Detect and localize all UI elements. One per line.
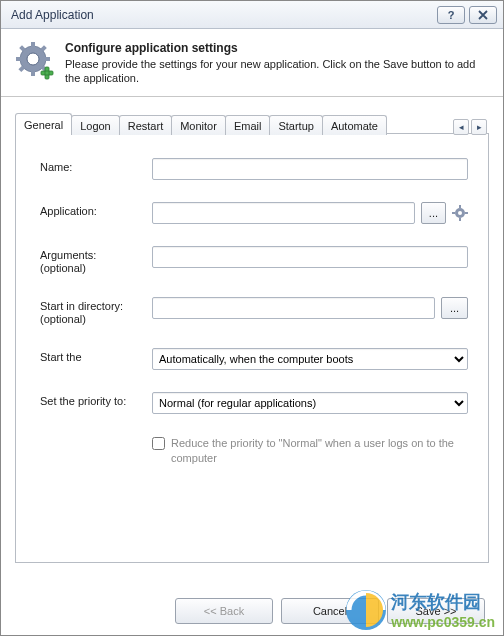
name-input[interactable] xyxy=(152,158,468,180)
reduce-priority-checkbox[interactable] xyxy=(152,437,165,450)
tab-email[interactable]: Email xyxy=(225,115,271,135)
start-dir-browse-button[interactable]: ... xyxy=(441,297,468,319)
priority-select[interactable]: Normal (for regular applications) xyxy=(152,392,468,414)
content-area: General Logon Restart Monitor Email Star… xyxy=(1,97,503,577)
label-start-dir: Start in directory: (optional) xyxy=(40,297,152,326)
start-the-select[interactable]: Automatically, when the computer boots xyxy=(152,348,468,370)
svg-rect-2 xyxy=(31,70,35,76)
help-icon: ? xyxy=(448,9,455,21)
close-icon xyxy=(477,9,489,21)
application-input[interactable] xyxy=(152,202,415,224)
row-start-the: Start the Automatically, when the comput… xyxy=(40,348,468,370)
save-button[interactable]: Save >> xyxy=(387,598,485,624)
tab-strip: General Logon Restart Monitor Email Star… xyxy=(15,112,489,135)
start-dir-input[interactable] xyxy=(152,297,435,319)
row-arguments: Arguments: (optional) xyxy=(40,246,468,275)
application-browse-button[interactable]: ... xyxy=(421,202,446,224)
tab-monitor[interactable]: Monitor xyxy=(171,115,226,135)
help-button[interactable]: ? xyxy=(437,6,465,24)
svg-rect-19 xyxy=(465,212,468,214)
header-banner: Configure application settings Please pr… xyxy=(1,29,503,97)
label-arguments: Arguments: (optional) xyxy=(40,246,152,275)
reduce-priority-label: Reduce the priority to "Normal" when a u… xyxy=(171,436,468,465)
svg-rect-3 xyxy=(16,57,22,61)
tab-container: General Logon Restart Monitor Email Star… xyxy=(15,133,489,563)
svg-rect-4 xyxy=(44,57,50,61)
reduce-priority-checkbox-wrap[interactable]: Reduce the priority to "Normal" when a u… xyxy=(152,436,468,465)
tab-restart[interactable]: Restart xyxy=(119,115,172,135)
tab-scroll-left[interactable]: ◂ xyxy=(453,119,469,135)
row-priority: Set the priority to: Normal (for regular… xyxy=(40,392,468,414)
tab-automate[interactable]: Automate xyxy=(322,115,387,135)
tab-general[interactable]: General xyxy=(15,113,72,135)
label-priority: Set the priority to: xyxy=(40,392,152,408)
row-reduce-priority: Reduce the priority to "Normal" when a u… xyxy=(40,436,468,465)
general-form: Name: Application: ... Argum xyxy=(16,134,488,483)
arguments-input[interactable] xyxy=(152,246,468,268)
tab-startup[interactable]: Startup xyxy=(269,115,322,135)
header-title: Configure application settings xyxy=(65,41,489,55)
svg-rect-1 xyxy=(31,42,35,48)
gear-add-icon xyxy=(15,41,55,81)
header-text: Configure application settings Please pr… xyxy=(65,41,489,86)
row-start-dir: Start in directory: (optional) ... xyxy=(40,297,468,326)
close-button[interactable] xyxy=(469,6,497,24)
chevron-left-icon: ◂ xyxy=(459,122,464,132)
svg-point-9 xyxy=(27,53,39,65)
header-subtitle: Please provide the settings for your new… xyxy=(65,57,489,86)
back-button[interactable]: << Back xyxy=(175,598,273,624)
tab-logon[interactable]: Logon xyxy=(71,115,120,135)
row-application: Application: ... xyxy=(40,202,468,224)
tab-scroll-right[interactable]: ▸ xyxy=(471,119,487,135)
chevron-right-icon: ▸ xyxy=(477,122,482,132)
svg-point-15 xyxy=(458,211,462,215)
svg-rect-17 xyxy=(459,218,461,221)
label-start-the: Start the xyxy=(40,348,152,364)
window-title: Add Application xyxy=(11,8,433,22)
svg-rect-16 xyxy=(459,205,461,208)
application-settings-icon[interactable] xyxy=(452,205,468,221)
titlebar: Add Application ? xyxy=(1,1,503,29)
label-application: Application: xyxy=(40,202,152,218)
dialog-window: Add Application ? xyxy=(0,0,504,636)
svg-rect-11 xyxy=(45,67,49,79)
svg-rect-18 xyxy=(452,212,455,214)
footer: << Back Cancel Save >> xyxy=(1,587,503,635)
tab-scroll: ◂ ▸ xyxy=(451,119,489,135)
cancel-button[interactable]: Cancel xyxy=(281,598,379,624)
row-name: Name: xyxy=(40,158,468,180)
label-name: Name: xyxy=(40,158,152,174)
